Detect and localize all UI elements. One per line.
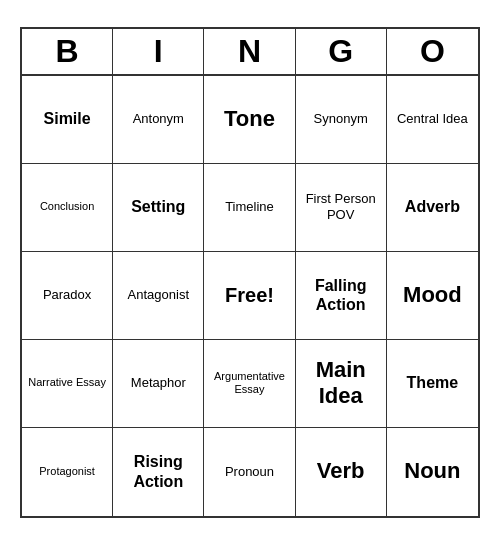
bingo-cell-6: Setting <box>113 164 204 252</box>
bingo-cell-12: Free! <box>204 252 295 340</box>
bingo-cell-10: Paradox <box>22 252 113 340</box>
bingo-cell-20: Protagonist <box>22 428 113 516</box>
bingo-cell-2: Tone <box>204 76 295 164</box>
header-letter-g: G <box>296 29 387 74</box>
bingo-cell-0: Simile <box>22 76 113 164</box>
header-letter-o: O <box>387 29 478 74</box>
bingo-cell-11: Antagonist <box>113 252 204 340</box>
bingo-cell-8: First Person POV <box>296 164 387 252</box>
bingo-cell-23: Verb <box>296 428 387 516</box>
header-letter-i: I <box>113 29 204 74</box>
bingo-cell-1: Antonym <box>113 76 204 164</box>
bingo-cell-17: Argumentative Essay <box>204 340 295 428</box>
bingo-cell-16: Metaphor <box>113 340 204 428</box>
bingo-cell-13: Falling Action <box>296 252 387 340</box>
bingo-cell-24: Noun <box>387 428 478 516</box>
bingo-cell-22: Pronoun <box>204 428 295 516</box>
bingo-cell-19: Theme <box>387 340 478 428</box>
bingo-cell-15: Narrative Essay <box>22 340 113 428</box>
bingo-cell-21: Rising Action <box>113 428 204 516</box>
bingo-header: BINGO <box>22 29 478 76</box>
bingo-cell-18: Main Idea <box>296 340 387 428</box>
bingo-cell-3: Synonym <box>296 76 387 164</box>
bingo-cell-5: Conclusion <box>22 164 113 252</box>
bingo-card: BINGO SimileAntonymToneSynonymCentral Id… <box>20 27 480 518</box>
header-letter-b: B <box>22 29 113 74</box>
bingo-cell-14: Mood <box>387 252 478 340</box>
header-letter-n: N <box>204 29 295 74</box>
bingo-grid: SimileAntonymToneSynonymCentral IdeaConc… <box>22 76 478 516</box>
bingo-cell-4: Central Idea <box>387 76 478 164</box>
bingo-cell-9: Adverb <box>387 164 478 252</box>
bingo-cell-7: Timeline <box>204 164 295 252</box>
